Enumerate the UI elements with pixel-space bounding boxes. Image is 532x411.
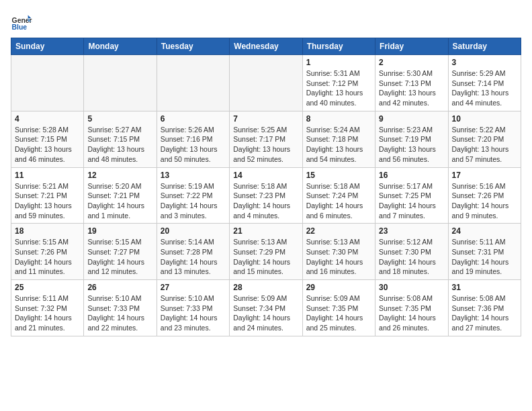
calendar-cell: 8Sunrise: 5:24 AM Sunset: 7:18 PM Daylig… xyxy=(302,111,375,167)
day-number: 12 xyxy=(87,171,152,180)
day-info: Sunrise: 5:17 AM Sunset: 7:25 PM Dayligh… xyxy=(379,181,444,221)
calendar-cell: 22Sunrise: 5:13 AM Sunset: 7:30 PM Dayli… xyxy=(302,224,375,280)
day-number: 14 xyxy=(233,171,298,180)
calendar-cell: 25Sunrise: 5:11 AM Sunset: 7:32 PM Dayli… xyxy=(11,280,84,336)
calendar-cell xyxy=(157,55,229,111)
calendar-cell: 11Sunrise: 5:21 AM Sunset: 7:21 PM Dayli… xyxy=(11,167,84,224)
day-number: 8 xyxy=(306,114,371,124)
calendar-cell: 12Sunrise: 5:20 AM Sunset: 7:21 PM Dayli… xyxy=(84,167,157,224)
weekday-header: Saturday xyxy=(448,38,521,55)
day-number: 29 xyxy=(306,283,371,292)
calendar-cell: 4Sunrise: 5:28 AM Sunset: 7:15 PM Daylig… xyxy=(11,111,84,167)
calendar-week-row: 4Sunrise: 5:28 AM Sunset: 7:15 PM Daylig… xyxy=(11,111,521,167)
svg-text:Blue: Blue xyxy=(12,24,28,31)
day-number: 6 xyxy=(161,114,226,124)
calendar-cell: 30Sunrise: 5:08 AM Sunset: 7:35 PM Dayli… xyxy=(375,280,448,336)
day-number: 30 xyxy=(379,283,444,292)
day-number: 13 xyxy=(161,171,226,180)
day-info: Sunrise: 5:10 AM Sunset: 7:33 PM Dayligh… xyxy=(87,293,152,333)
day-info: Sunrise: 5:11 AM Sunset: 7:32 PM Dayligh… xyxy=(15,293,80,333)
calendar-week-row: 11Sunrise: 5:21 AM Sunset: 7:21 PM Dayli… xyxy=(11,167,521,224)
weekday-header-row: SundayMondayTuesdayWednesdayThursdayFrid… xyxy=(11,38,521,55)
day-info: Sunrise: 5:14 AM Sunset: 7:28 PM Dayligh… xyxy=(161,237,226,277)
day-info: Sunrise: 5:13 AM Sunset: 7:30 PM Dayligh… xyxy=(306,237,371,277)
calendar-cell: 5Sunrise: 5:27 AM Sunset: 7:15 PM Daylig… xyxy=(84,111,157,167)
calendar-cell: 14Sunrise: 5:18 AM Sunset: 7:23 PM Dayli… xyxy=(230,167,302,224)
day-number: 20 xyxy=(161,226,226,236)
day-number: 31 xyxy=(452,283,517,292)
day-info: Sunrise: 5:18 AM Sunset: 7:24 PM Dayligh… xyxy=(306,181,371,221)
calendar-cell: 21Sunrise: 5:13 AM Sunset: 7:29 PM Dayli… xyxy=(230,224,302,280)
weekday-header: Tuesday xyxy=(157,38,229,55)
day-number: 9 xyxy=(379,114,444,124)
day-number: 22 xyxy=(306,226,371,236)
calendar-cell xyxy=(11,55,84,111)
calendar-cell: 2Sunrise: 5:30 AM Sunset: 7:13 PM Daylig… xyxy=(375,55,448,111)
calendar-cell: 13Sunrise: 5:19 AM Sunset: 7:22 PM Dayli… xyxy=(157,167,229,224)
calendar-cell: 31Sunrise: 5:08 AM Sunset: 7:36 PM Dayli… xyxy=(448,280,521,336)
calendar-cell: 16Sunrise: 5:17 AM Sunset: 7:25 PM Dayli… xyxy=(375,167,448,224)
calendar-cell: 20Sunrise: 5:14 AM Sunset: 7:28 PM Dayli… xyxy=(157,224,229,280)
day-number: 24 xyxy=(452,226,517,236)
weekday-header: Sunday xyxy=(11,38,84,55)
day-info: Sunrise: 5:13 AM Sunset: 7:29 PM Dayligh… xyxy=(233,237,298,277)
day-number: 28 xyxy=(233,283,298,292)
day-info: Sunrise: 5:12 AM Sunset: 7:30 PM Dayligh… xyxy=(379,237,444,277)
day-info: Sunrise: 5:20 AM Sunset: 7:21 PM Dayligh… xyxy=(87,181,152,221)
day-info: Sunrise: 5:19 AM Sunset: 7:22 PM Dayligh… xyxy=(161,181,226,221)
day-number: 5 xyxy=(87,114,152,124)
calendar-week-row: 18Sunrise: 5:15 AM Sunset: 7:26 PM Dayli… xyxy=(11,224,521,280)
page-header: General Blue xyxy=(11,11,521,32)
calendar-cell: 17Sunrise: 5:16 AM Sunset: 7:26 PM Dayli… xyxy=(448,167,521,224)
day-info: Sunrise: 5:28 AM Sunset: 7:15 PM Dayligh… xyxy=(15,125,80,165)
calendar-cell: 19Sunrise: 5:15 AM Sunset: 7:27 PM Dayli… xyxy=(84,224,157,280)
day-info: Sunrise: 5:22 AM Sunset: 7:20 PM Dayligh… xyxy=(452,125,517,165)
calendar-cell: 26Sunrise: 5:10 AM Sunset: 7:33 PM Dayli… xyxy=(84,280,157,336)
calendar-week-row: 1Sunrise: 5:31 AM Sunset: 7:12 PM Daylig… xyxy=(11,55,521,111)
calendar-table: SundayMondayTuesdayWednesdayThursdayFrid… xyxy=(11,38,521,336)
day-info: Sunrise: 5:24 AM Sunset: 7:18 PM Dayligh… xyxy=(306,125,371,165)
weekday-header: Thursday xyxy=(302,38,375,55)
day-info: Sunrise: 5:25 AM Sunset: 7:17 PM Dayligh… xyxy=(233,125,298,165)
day-info: Sunrise: 5:11 AM Sunset: 7:31 PM Dayligh… xyxy=(452,237,517,277)
calendar-cell: 29Sunrise: 5:09 AM Sunset: 7:35 PM Dayli… xyxy=(302,280,375,336)
day-info: Sunrise: 5:09 AM Sunset: 7:34 PM Dayligh… xyxy=(233,293,298,333)
logo: General Blue xyxy=(11,11,32,32)
day-info: Sunrise: 5:26 AM Sunset: 7:16 PM Dayligh… xyxy=(161,125,226,165)
day-info: Sunrise: 5:27 AM Sunset: 7:15 PM Dayligh… xyxy=(87,125,152,165)
day-info: Sunrise: 5:15 AM Sunset: 7:26 PM Dayligh… xyxy=(15,237,80,277)
day-number: 25 xyxy=(15,283,80,292)
day-number: 15 xyxy=(306,171,371,180)
day-number: 17 xyxy=(452,171,517,180)
calendar-week-row: 25Sunrise: 5:11 AM Sunset: 7:32 PM Dayli… xyxy=(11,280,521,336)
calendar-cell: 7Sunrise: 5:25 AM Sunset: 7:17 PM Daylig… xyxy=(230,111,302,167)
day-info: Sunrise: 5:23 AM Sunset: 7:19 PM Dayligh… xyxy=(379,125,444,165)
day-number: 2 xyxy=(379,58,444,67)
calendar-cell xyxy=(230,55,302,111)
weekday-header: Wednesday xyxy=(230,38,302,55)
day-number: 18 xyxy=(15,226,80,236)
calendar-cell: 9Sunrise: 5:23 AM Sunset: 7:19 PM Daylig… xyxy=(375,111,448,167)
day-number: 7 xyxy=(233,114,298,124)
day-info: Sunrise: 5:10 AM Sunset: 7:33 PM Dayligh… xyxy=(161,293,226,333)
calendar-cell: 1Sunrise: 5:31 AM Sunset: 7:12 PM Daylig… xyxy=(302,55,375,111)
calendar-cell: 24Sunrise: 5:11 AM Sunset: 7:31 PM Dayli… xyxy=(448,224,521,280)
day-number: 21 xyxy=(233,226,298,236)
day-info: Sunrise: 5:18 AM Sunset: 7:23 PM Dayligh… xyxy=(233,181,298,221)
day-number: 26 xyxy=(87,283,152,292)
day-info: Sunrise: 5:31 AM Sunset: 7:12 PM Dayligh… xyxy=(306,68,371,108)
day-number: 3 xyxy=(452,58,517,67)
calendar-cell xyxy=(84,55,157,111)
day-info: Sunrise: 5:15 AM Sunset: 7:27 PM Dayligh… xyxy=(87,237,152,277)
day-info: Sunrise: 5:08 AM Sunset: 7:35 PM Dayligh… xyxy=(379,293,444,333)
calendar-cell: 15Sunrise: 5:18 AM Sunset: 7:24 PM Dayli… xyxy=(302,167,375,224)
day-number: 1 xyxy=(306,58,371,67)
day-number: 4 xyxy=(15,114,80,124)
day-number: 19 xyxy=(87,226,152,236)
day-number: 16 xyxy=(379,171,444,180)
logo-icon: General Blue xyxy=(11,11,32,32)
calendar-cell: 3Sunrise: 5:29 AM Sunset: 7:14 PM Daylig… xyxy=(448,55,521,111)
day-info: Sunrise: 5:29 AM Sunset: 7:14 PM Dayligh… xyxy=(452,68,517,108)
calendar-cell: 18Sunrise: 5:15 AM Sunset: 7:26 PM Dayli… xyxy=(11,224,84,280)
calendar-cell: 23Sunrise: 5:12 AM Sunset: 7:30 PM Dayli… xyxy=(375,224,448,280)
